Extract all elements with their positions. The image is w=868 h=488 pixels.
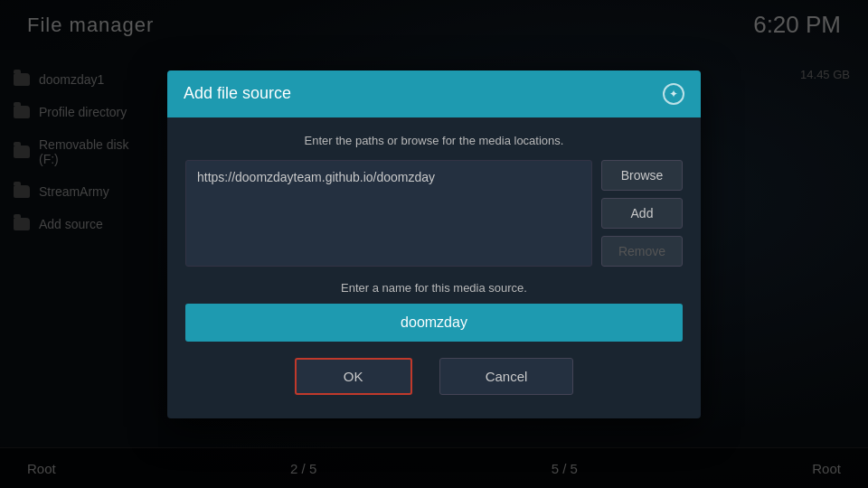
action-buttons: Browse Add Remove bbox=[601, 160, 683, 267]
dialog-footer-buttons: OK Cancel bbox=[185, 358, 683, 402]
name-label: Enter a name for this media source. bbox=[185, 281, 683, 295]
url-input-box[interactable]: https://doomzdayteam.github.io/doomzday bbox=[185, 160, 592, 267]
ok-button[interactable]: OK bbox=[295, 358, 412, 395]
dialog-close-button[interactable]: ✦ bbox=[663, 83, 684, 105]
url-value: https://doomzdayteam.github.io/doomzday bbox=[197, 170, 435, 184]
modal-overlay: Add file source ✦ Enter the paths or bro… bbox=[0, 0, 868, 488]
add-button[interactable]: Add bbox=[601, 198, 683, 229]
dialog-header: Add file source ✦ bbox=[167, 70, 701, 117]
url-area: https://doomzdayteam.github.io/doomzday … bbox=[185, 160, 683, 267]
kodi-logo-icon: ✦ bbox=[663, 83, 684, 105]
dialog-body: Enter the paths or browse for the media … bbox=[167, 117, 701, 418]
name-input-wrapper bbox=[185, 304, 683, 342]
name-input[interactable] bbox=[185, 304, 683, 342]
browse-button[interactable]: Browse bbox=[601, 160, 683, 191]
add-file-source-dialog: Add file source ✦ Enter the paths or bro… bbox=[167, 70, 701, 418]
dialog-title: Add file source bbox=[184, 84, 291, 103]
cancel-button[interactable]: Cancel bbox=[439, 358, 574, 395]
dialog-subtitle: Enter the paths or browse for the media … bbox=[185, 134, 683, 147]
remove-button[interactable]: Remove bbox=[601, 236, 683, 267]
